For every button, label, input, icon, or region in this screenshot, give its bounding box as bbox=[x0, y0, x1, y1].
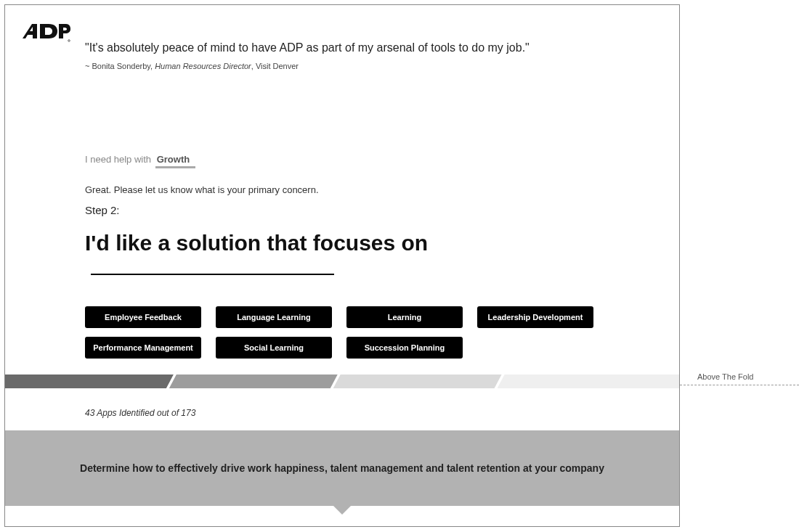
option-buttons: Employee Feedback Language Learning Lear… bbox=[85, 306, 644, 359]
testimonial-quote: "It's absolutely peace of mind to have A… bbox=[85, 41, 644, 54]
svg-point-0 bbox=[68, 40, 70, 42]
headline-blank[interactable] bbox=[91, 274, 334, 275]
step-label: Step 2: bbox=[85, 204, 644, 216]
attribution-company: , Visit Denver bbox=[251, 62, 299, 70]
fold-label: Above The Fold bbox=[697, 372, 753, 381]
help-selection[interactable]: Growth bbox=[155, 154, 196, 168]
banner-text: Determine how to effectively drive work … bbox=[80, 462, 604, 474]
progress-seg-2 bbox=[169, 375, 338, 388]
option-performance-management[interactable]: Performance Management bbox=[85, 337, 201, 359]
help-line: I need help with Growth bbox=[85, 154, 644, 168]
option-employee-feedback[interactable]: Employee Feedback bbox=[85, 306, 201, 328]
option-succession-planning[interactable]: Succession Planning bbox=[346, 337, 463, 359]
attribution-title: Human Resources Director bbox=[155, 62, 251, 70]
option-language-learning[interactable]: Language Learning bbox=[216, 306, 332, 328]
progress-seg-1 bbox=[5, 375, 174, 388]
progress-seg-3 bbox=[333, 375, 502, 388]
option-social-learning[interactable]: Social Learning bbox=[216, 337, 332, 359]
help-label: I need help with bbox=[85, 154, 151, 165]
progress-bar bbox=[5, 375, 679, 388]
instruction-text: Great. Please let us know what is your p… bbox=[85, 184, 644, 195]
testimonial-attribution: ~ Bonita Sonderby, Human Resources Direc… bbox=[85, 62, 644, 70]
banner: Determine how to effectively drive work … bbox=[5, 430, 679, 506]
attribution-name: ~ Bonita Sonderby, bbox=[85, 62, 155, 70]
headline-text: I'd like a solution that focuses on bbox=[85, 231, 428, 255]
fold-line bbox=[680, 385, 799, 385]
option-learning[interactable]: Learning bbox=[346, 306, 463, 328]
result-count: 43 Apps Identified out of 173 bbox=[85, 408, 644, 418]
option-leadership-development[interactable]: Leadership Development bbox=[477, 306, 593, 328]
adp-logo bbox=[21, 22, 70, 46]
progress-seg-4 bbox=[498, 375, 679, 388]
page-frame: "It's absolutely peace of mind to have A… bbox=[4, 4, 680, 527]
banner-pointer-icon bbox=[333, 506, 351, 515]
headline: I'd like a solution that focuses on bbox=[85, 231, 644, 280]
